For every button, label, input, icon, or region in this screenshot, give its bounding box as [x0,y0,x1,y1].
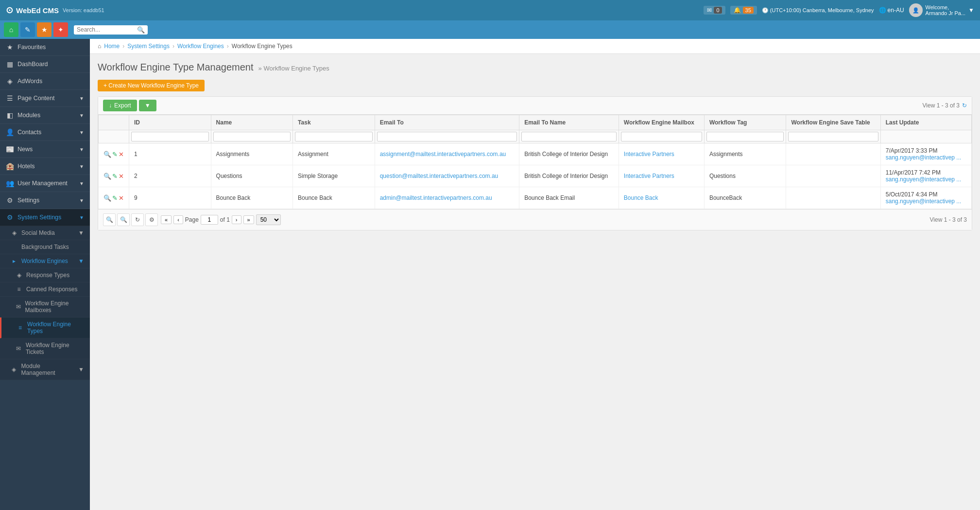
sidebar-item-news[interactable]: 📰 News ▼ [0,141,90,158]
sidebar-item-label: DashBoard [17,61,48,68]
contacts-icon: 👤 [6,128,14,136]
filter-name[interactable] [211,130,293,143]
last-update-user[interactable]: sang.nguyen@interactivep ... [886,154,962,161]
last-update-user[interactable]: sang.nguyen@interactivep ... [886,176,962,183]
edit-icon[interactable]: ✎ [112,194,118,202]
language-selector[interactable]: 🌐 en-AU [879,7,904,14]
submenu-item-response-types[interactable]: ◈ Response Types [0,268,90,282]
table-row: 🔍 ✎ ✕ 1 Assignments Assignment assignmen… [99,143,972,165]
mailbox-icon: ✉ [16,303,21,310]
filter-save-table[interactable] [786,130,880,143]
submenu-item-workflow-engines[interactable]: ▸ Workflow Engines ▼ [0,254,90,268]
pag-next-btn[interactable]: › [232,215,241,224]
search-input[interactable] [77,26,135,33]
filter-save-table-input[interactable] [788,132,878,141]
filter-mailbox-input[interactable] [621,132,702,141]
view-icon[interactable]: 🔍 [103,173,111,180]
search-active-icon[interactable]: 🔍 [117,213,130,226]
view-count-top: View 1 - 3 of 3 ↻ [923,102,967,109]
email-to-link[interactable]: question@mailtest.interactivepartners.co… [380,173,499,179]
submenu-item-workflow-engine-types[interactable]: ≡ Workflow Engine Types [0,317,90,338]
sidebar-item-hotels[interactable]: 🏨 Hotels ▼ [0,158,90,175]
user-info: Welcome, Armando Jr Pa... [926,4,966,16]
breadcrumb-system-settings[interactable]: System Settings [127,43,170,50]
submenu-item-background-tasks[interactable]: Background Tasks [0,240,90,254]
filter-mailbox[interactable] [619,130,704,143]
pag-last-btn[interactable]: » [243,215,254,224]
delete-icon[interactable]: ✕ [119,151,124,158]
breadcrumb-current: Workflow Engine Types [232,43,292,50]
delete-icon[interactable]: ✕ [119,194,124,202]
pag-page-input[interactable] [201,215,218,225]
sidebar-item-user-management[interactable]: 👥 User Management ▼ [0,175,90,192]
breadcrumb-workflow-engines[interactable]: Workflow Engines [177,43,224,50]
sidebar-item-page-content[interactable]: ☰ Page Content ▼ [0,90,90,107]
filter-task[interactable] [293,130,375,143]
export-caret-button[interactable]: ▼ [139,100,156,111]
mailbox-link[interactable]: Bounce Back [624,194,658,201]
submenu-item-canned-responses[interactable]: ≡ Canned Responses [0,282,90,297]
avatar: 👤 [909,3,923,17]
filter-task-input[interactable] [295,132,373,141]
filter-id[interactable] [129,130,211,143]
edit-action-btn[interactable]: ✎ [20,22,35,37]
home-action-btn[interactable]: ⌂ [4,22,18,37]
filter-email-to-name-input[interactable] [521,132,617,141]
cell-save-table [786,165,880,187]
settings-table-icon[interactable]: ⚙ [145,213,158,226]
sidebar-item-label: Page Content [17,95,54,102]
delete-icon[interactable]: ✕ [119,173,124,180]
pag-per-page-select[interactable]: 50 25 100 [256,214,281,225]
refresh-table-icon[interactable]: ↻ [131,213,144,226]
sidebar-item-settings[interactable]: ⚙ Settings ▼ [0,192,90,209]
edit-icon[interactable]: ✎ [112,173,118,180]
view-icon[interactable]: 🔍 [103,151,111,158]
filter-email-to-input[interactable] [377,132,517,141]
filter-id-input[interactable] [131,132,209,141]
sidebar-item-system-settings[interactable]: ⚙ System Settings ▼ [0,209,90,226]
submenu-item-label: Response Types [26,272,69,279]
filter-tag-input[interactable] [706,132,784,141]
email-to-link[interactable]: admin@mailtest.interactivepartners.com.a… [380,194,492,201]
filter-email-to[interactable] [375,130,519,143]
submenu-item-module-management[interactable]: ◈ Module Management ▼ [0,359,90,380]
submenu-item-workflow-engine-mailboxes[interactable]: ✉ Workflow Engine Mailboxes [0,297,90,317]
user-menu[interactable]: 👤 Welcome, Armando Jr Pa... ▼ [909,3,974,17]
submenu-item-label: Background Tasks [21,244,69,250]
actionbar: ⌂ ✎ ★ ✦ 🔍 [0,20,980,39]
bell-badge[interactable]: 🔔 35 [730,6,757,15]
cell-last-update: 11/Apr/2017 7:42 PMsang.nguyen@interacti… [880,165,971,187]
pag-prev-btn[interactable]: ‹ [173,215,183,224]
refresh-icon[interactable]: ↻ [962,102,967,109]
breadcrumb-home[interactable]: Home [104,43,120,50]
filter-email-to-name[interactable] [519,130,619,143]
sidebar-item-label: AdWords [17,78,42,85]
last-update-user[interactable]: sang.nguyen@interactivep ... [886,198,962,205]
star-action-btn[interactable]: ★ [37,22,52,37]
mailbox-link[interactable]: Interactive Partners [624,151,674,158]
edit-icon[interactable]: ✎ [112,151,118,158]
sidebar-item-modules[interactable]: ◧ Modules ▼ [0,107,90,124]
export-button[interactable]: ↓ Export [103,100,137,111]
search-filter-icon[interactable]: 🔍 [103,213,116,226]
mailbox-link[interactable]: Interactive Partners [624,173,674,179]
mail-badge[interactable]: ✉ 0 [704,6,725,15]
extra-action-btn[interactable]: ✦ [53,22,68,37]
submenu-item-social-media[interactable]: ◈ Social Media ▼ [0,226,90,240]
pagination-icons: 🔍 🔍 ↻ ⚙ [103,213,158,226]
email-to-link[interactable]: assignment@mailtest.interactivepartners.… [380,151,506,158]
search-box[interactable]: 🔍 [74,25,148,35]
view-icon[interactable]: 🔍 [103,194,111,202]
filter-name-input[interactable] [213,132,291,141]
submenu-item-workflow-engine-tickets[interactable]: ✉ Workflow Engine Tickets [0,338,90,359]
sidebar-item-contacts[interactable]: 👤 Contacts ▼ [0,124,90,141]
sidebar-item-label: Favourites [17,44,46,51]
sidebar-item-dashboard[interactable]: ▦ DashBoard [0,56,90,73]
create-new-btn[interactable]: + Create New Workflow Engine Type [98,80,205,91]
sidebar-item-favourites[interactable]: ★ Favourites [0,39,90,56]
sidebar-item-adwords[interactable]: ◈ AdWords [0,73,90,90]
filter-tag[interactable] [704,130,786,143]
pag-first-btn[interactable]: « [161,215,172,224]
app-version: Version: eaddb51 [63,7,104,13]
canned-responses-icon: ≡ [16,286,22,293]
